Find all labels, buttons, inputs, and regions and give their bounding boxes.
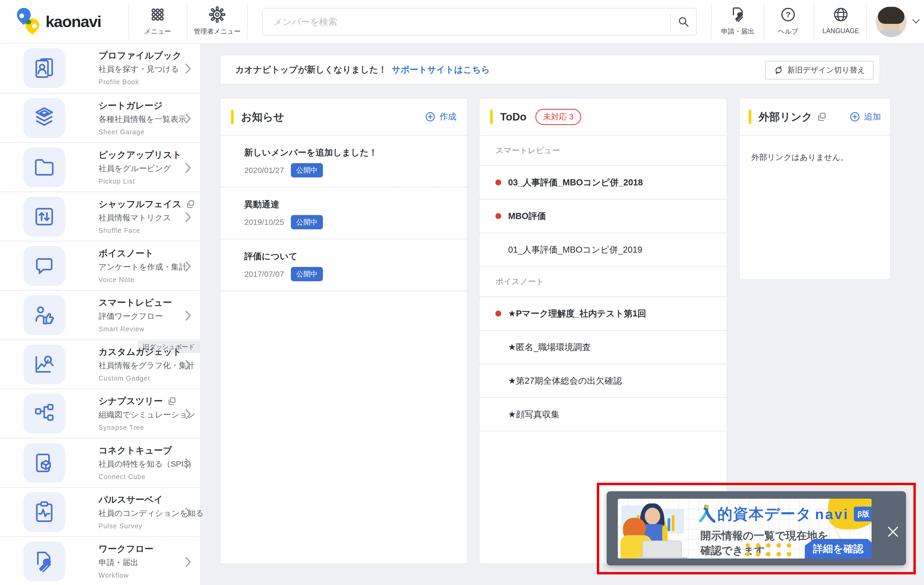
laptop-illustration <box>642 541 682 559</box>
todo-item[interactable]: ★顔写真収集 <box>480 397 727 431</box>
chevron-right-icon <box>183 62 193 75</box>
chevron-right-icon <box>183 112 193 125</box>
sidebar-item-title: プロファイルブック <box>99 49 182 62</box>
sidebar-item-subtitle: 評価ワークフロー <box>99 311 163 322</box>
sidebar-item-caption: Pickup List <box>99 178 135 185</box>
sidebar-item-workflow[interactable]: ワークフロー 申請・届出 Workflow <box>0 536 200 585</box>
icon-tile <box>23 344 65 384</box>
todo-pending-badge: 未対応 3 <box>535 109 581 125</box>
sidebar-item-sheet-garage[interactable]: シートガレージ 各種社員情報を一覧表示 Sheet Garage <box>0 93 200 142</box>
todo-item[interactable]: ★匿名_職場環境調査 <box>480 330 727 364</box>
laptop-base <box>637 557 688 559</box>
announcement-row[interactable]: 異動通達 2019/10/25 公開中 <box>220 188 467 239</box>
brand-navi-text: navi <box>815 506 849 522</box>
jinteki-shihon-banner[interactable]: 的資本データ navi β版 開示情報の一覧で現在地を 確認できます。 詳細を確… <box>618 499 871 559</box>
design-toggle-button[interactable]: 新旧デザイン切り替え <box>765 61 874 79</box>
close-icon <box>886 525 899 538</box>
logo-wordmark: kaonavi <box>46 12 101 31</box>
sidebar-item-voice-note[interactable]: ボイスノート アンケートを作成・集計 Voice Note <box>0 241 200 290</box>
status-badge: 公開中 <box>291 163 323 178</box>
sidebar-item-profile-book[interactable]: プロファイルブック 社員を探す・見つける Profile Book <box>0 44 200 93</box>
application-button[interactable]: 申請・届出 <box>713 6 762 36</box>
sidebar-item-subtitle: 社員を探す・見つける <box>99 64 179 75</box>
sidebar-item-caption: Connect Cube <box>99 473 146 481</box>
account-menu-chevron[interactable] <box>911 18 921 25</box>
header-divider <box>866 4 867 39</box>
sidebar-item-shuffle-face[interactable]: シャッフルフェイス 社員情報マトリクス Shuffle Face <box>0 191 200 241</box>
todo-item[interactable]: ★第27期全体総会の出欠確認 <box>480 364 727 397</box>
todo-item[interactable]: 03_人事評価_MBOコンピ併_2018 <box>480 165 727 199</box>
chevron-right-icon <box>183 555 193 569</box>
external-link-icon <box>817 112 826 122</box>
brand-lockup: 的資本データ navi β版 <box>699 503 871 525</box>
sidebar-item-synapse-tree[interactable]: シナプスツリー 組織図でシミュレーション Synapse Tree <box>0 389 200 438</box>
sidebar-item-connect-cube[interactable]: コネクトキューブ 社員の特性を知る（SPI3） Connect Cube <box>0 438 200 487</box>
jin-ribbon-glyph <box>699 504 716 524</box>
pickup-folder-icon <box>31 155 57 180</box>
sidebar-item-custom-gadget[interactable]: 旧ダッシュボード カスタムガジェット 社員情報をグラフ化・集計 Custom G… <box>0 339 200 389</box>
banner-cta-button[interactable]: 詳細を確認 <box>805 539 871 559</box>
language-button[interactable]: LANGUAGE <box>817 6 865 35</box>
sidebar-item-title: ボイスノート <box>99 247 153 260</box>
announcements-header: お知らせ 作成 <box>220 99 467 135</box>
sidebar-item-smart-review[interactable]: スマートレビュー 評価ワークフロー Smart Review <box>0 290 200 339</box>
todo-item[interactable]: MBO評価 <box>480 199 727 232</box>
todo-item[interactable]: 01_人事評価_MBOコンピ併_2019 <box>480 232 727 266</box>
search-input[interactable] <box>263 16 670 27</box>
search-icon <box>676 15 690 29</box>
sidebar-item-title: ワークフロー <box>99 543 153 555</box>
voice-note-icon <box>31 253 57 278</box>
sidebar-item-pickup-list[interactable]: ピックアップリスト 社員をグルーピング Pickup List <box>0 142 200 191</box>
sidebar-item-title: パルスサーベイ <box>99 494 163 506</box>
help-button[interactable]: ? ヘルプ <box>768 6 808 36</box>
create-announcement-button[interactable]: 作成 <box>425 111 457 123</box>
unread-dot <box>495 311 501 316</box>
yellow-accent-bar <box>231 110 234 124</box>
external-links-title-row: 外部リンク <box>759 110 826 124</box>
add-external-link-button[interactable]: 追加 <box>849 111 881 123</box>
sidebar-item-title: シャッフルフェイス <box>99 198 195 210</box>
icon-tile <box>23 246 65 286</box>
kaonavi-logo[interactable]: kaonavi <box>16 7 101 36</box>
todo-item-text: 01_人事評価_MBOコンピ併_2019 <box>508 244 642 256</box>
icon-tile <box>23 48 65 88</box>
app-header: kaonavi メニュー 管理者メニュー <box>0 0 924 44</box>
banner-close-button[interactable] <box>886 525 899 538</box>
sidebar-item-subtitle: 社員をグルーピング <box>99 163 171 174</box>
user-avatar[interactable] <box>876 7 906 37</box>
application-label: 申請・届出 <box>721 27 754 36</box>
todo-item[interactable]: ★Pマーク理解度_社内テスト第1回 <box>480 297 727 330</box>
sidebar-item-title: コネクトキューブ <box>99 444 172 456</box>
sidebar-item-pulse-survey[interactable]: パルスサーベイ 社員のコンディションを知る Pulse Survey <box>0 487 200 536</box>
external-links-card: 外部リンク 追加 外部リンクはありません。 <box>739 98 891 280</box>
chevron-right-icon <box>183 161 193 174</box>
admin-menu-button[interactable]: 管理者メニュー <box>187 6 248 36</box>
custom-gadget-icon <box>31 352 57 377</box>
search-button[interactable] <box>671 8 696 35</box>
header-divider <box>814 4 815 39</box>
sidebar-item-subtitle: 社員の特性を知る（SPI3） <box>99 459 196 470</box>
icon-tile <box>23 197 65 236</box>
chevron-right-icon <box>183 309 193 322</box>
create-label: 作成 <box>439 111 457 123</box>
icon-tile <box>23 542 65 581</box>
support-site-link[interactable]: サポートサイトはこちら <box>392 64 490 76</box>
menu-button[interactable]: メニュー <box>132 6 183 36</box>
profile-book-icon <box>31 55 57 81</box>
svg-text:?: ? <box>786 10 790 19</box>
announcement-row[interactable]: 新しいメンバーを追加しました！ 2020/01/27 公開中 <box>220 135 467 188</box>
sidebar-item-title: ピックアップリスト <box>99 149 182 161</box>
announcement-row[interactable]: 評価について 2017/07/07 公開中 <box>220 239 467 291</box>
unread-dot <box>495 180 501 185</box>
announcement-date: 2017/07/07 <box>244 270 284 278</box>
status-badge: 公開中 <box>291 267 323 281</box>
header-divider <box>711 4 712 39</box>
design-swap-icon <box>774 65 784 75</box>
sidebar-item-caption: Smart Review <box>99 325 145 333</box>
pulse-survey-icon <box>31 499 57 525</box>
chevron-right-icon <box>183 457 193 470</box>
unread-dot <box>495 213 501 219</box>
admin-menu-label: 管理者メニュー <box>194 27 241 36</box>
sidebar-item-title-text: シナプスツリー <box>99 395 163 407</box>
sidebar-item-title: カスタムガジェット <box>99 346 182 358</box>
